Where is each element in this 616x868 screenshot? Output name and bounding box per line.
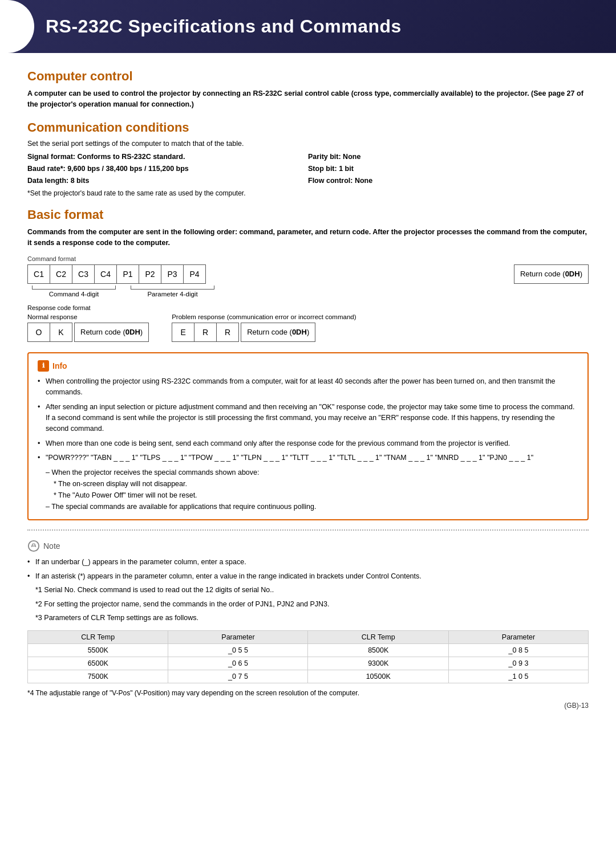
info-item-3: When more than one code is being sent, s…: [38, 438, 578, 449]
page-number: (GB)-13: [564, 702, 589, 710]
note-item-4: *2 For setting the projector name, send …: [27, 599, 589, 610]
ok-return-code: Return code (0DH): [74, 323, 149, 342]
clr-7500k: 7500K: [28, 670, 168, 683]
computer-control-heading: Computer control: [27, 69, 589, 84]
clr-5500k: 5500K: [28, 644, 168, 657]
info-sub-items: – When the projector receives the specia…: [38, 467, 578, 512]
problem-response-label: Problem response (communication error or…: [172, 313, 589, 320]
comm-signal: Signal format: Conforms to RS-232C stand…: [27, 151, 308, 163]
err-return-code: Return code (0DH): [241, 323, 315, 342]
computer-control-section: Computer control A computer can be used …: [27, 69, 589, 110]
info-sub-1: – When the projector receives the specia…: [46, 467, 578, 478]
comm-grid: Signal format: Conforms to RS-232C stand…: [27, 151, 589, 188]
table-row: 7500K _0 7 5 10500K _1 0 5: [28, 670, 589, 683]
command-format-label: Command format: [27, 255, 589, 262]
param-9300k: _0 9 3: [448, 657, 588, 670]
clr-table: CLR Temp Parameter CLR Temp Parameter 55…: [27, 630, 589, 683]
comm-baud: Baud rate*: 9,600 bps / 38,400 bps / 115…: [27, 163, 308, 175]
note-item-5: *3 Parameters of CLR Temp settings are a…: [27, 613, 589, 624]
table-row: 6500K _0 6 5 9300K _0 9 3: [28, 657, 589, 670]
ok-cell-o: O: [27, 323, 50, 342]
cmd-cell-p4: P4: [183, 264, 206, 284]
param-7500k: _0 7 5: [168, 670, 308, 683]
parameter-4digit-label: Parameter 4-digit: [147, 291, 197, 298]
note-icon: [27, 540, 40, 552]
command-format-diagram: Command format C1 C2 C3 C4 P1 P2 P3 P4 R…: [27, 255, 589, 342]
cmd-cell-c1: C1: [27, 264, 50, 284]
page-title: RS-232C Specifications and Commands: [46, 16, 589, 37]
comm-flow: Flow control: None: [308, 175, 589, 187]
cmd-cell-c4: C4: [94, 264, 117, 284]
clr-table-header-3: CLR Temp: [308, 631, 448, 644]
note-item-3: *1 Serial No. Check command is used to r…: [27, 585, 589, 596]
problem-response-group: Problem response (communication error or…: [172, 313, 589, 342]
info-icon: ℹ: [38, 360, 49, 372]
cmd-cell-p3: P3: [161, 264, 184, 284]
err-cell-r2: R: [216, 323, 239, 342]
computer-control-desc: A computer can be used to control the pr…: [27, 88, 589, 110]
info-box: ℹ Info When controlling the projector us…: [27, 352, 589, 521]
err-cell-r1: R: [194, 323, 217, 342]
clr-table-header-4: Parameter: [448, 631, 588, 644]
clr-8500k: 8500K: [308, 644, 448, 657]
clr-table-header-1: CLR Temp: [28, 631, 168, 644]
info-box-title: ℹ Info: [38, 360, 578, 372]
param-10500k: _1 0 5: [448, 670, 588, 683]
info-item-1: When controlling the projector using RS-…: [38, 376, 578, 398]
dotted-separator: [27, 529, 589, 531]
param-8500k: _0 8 5: [448, 644, 588, 657]
basic-format-heading: Basic format: [27, 207, 589, 222]
response-format-label: Response code format: [27, 304, 589, 311]
err-cell-e: E: [172, 323, 194, 342]
bracket-labels: Command 4-digit Parameter 4-digit: [27, 285, 589, 298]
note-item-1: If an underbar (_) appears in the parame…: [27, 557, 589, 568]
normal-response-label: Normal response: [27, 313, 149, 320]
comm-conditions-section: Communication conditions Set the serial …: [27, 120, 589, 198]
clr-10500k: 10500K: [308, 670, 448, 683]
ok-cell-k: K: [50, 323, 72, 342]
command-4digit-label: Command 4-digit: [49, 291, 99, 298]
comm-data: Data length: 8 bits: [27, 175, 308, 187]
response-code-format: Response code format Normal response O K…: [27, 304, 589, 342]
param-5500k: _0 5 5: [168, 644, 308, 657]
info-item-4: "POWR????" "TABN _ _ _ 1" "TLPS _ _ _ 1"…: [38, 453, 578, 463]
clr-9300k: 9300K: [308, 657, 448, 670]
comm-stop: Stop bit: 1 bit: [308, 163, 589, 175]
info-list: When controlling the projector using RS-…: [38, 376, 578, 464]
comm-note: *Set the projector's baud rate to the sa…: [27, 189, 589, 197]
note-section: Note If an underbar (_) appears in the p…: [27, 540, 589, 624]
info-sub-4: – The special commands are available for…: [46, 501, 578, 512]
clr-table-header-2: Parameter: [168, 631, 308, 644]
info-item-2: After sending an input selection or pict…: [38, 402, 578, 435]
info-sub-2: * The on-screen display will not disappe…: [46, 478, 578, 490]
normal-response-group: Normal response O K Return code (0DH): [27, 313, 149, 342]
basic-format-desc: Commands from the computer are sent in t…: [27, 227, 589, 248]
table-row: 5500K _0 5 5 8500K _0 8 5: [28, 644, 589, 657]
note-item-2: If an asterisk (*) appears in the parame…: [27, 571, 589, 582]
problem-response-cells: E R R Return code (0DH): [172, 323, 589, 342]
comm-parity: Parity bit: None: [308, 151, 589, 163]
note-list: If an underbar (_) appears in the parame…: [27, 557, 589, 624]
comm-conditions-heading: Communication conditions: [27, 120, 589, 135]
cmd-cell-c2: C2: [50, 264, 72, 284]
cmd-cells-group: C1 C2 C3 C4 P1 P2 P3 P4: [27, 264, 205, 284]
cmd-cell-p2: P2: [139, 264, 161, 284]
command-boxes-row: C1 C2 C3 C4 P1 P2 P3 P4 Return code (0DH…: [27, 264, 589, 284]
param-6500k: _0 6 5: [168, 657, 308, 670]
footnote-4: *4 The adjustable range of "V-Pos" (V-Po…: [27, 689, 589, 697]
comm-intro: Set the serial port settings of the comp…: [27, 140, 589, 148]
cmd-cell-c3: C3: [72, 264, 95, 284]
cmd-cell-p1: P1: [116, 264, 139, 284]
response-row: Normal response O K Return code (0DH): [27, 313, 589, 342]
basic-format-section: Basic format Commands from the computer …: [27, 207, 589, 342]
info-sub-3: * The "Auto Power Off" timer will not be…: [46, 490, 578, 501]
return-code-box: Return code (0DH): [514, 264, 589, 284]
clr-6500k: 6500K: [28, 657, 168, 670]
normal-response-cells: O K Return code (0DH): [27, 323, 149, 342]
note-title: Note: [27, 540, 589, 552]
